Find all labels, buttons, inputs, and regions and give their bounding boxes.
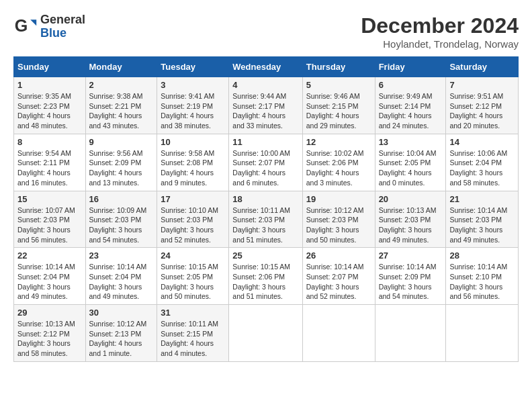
day-header-monday: Monday (85, 57, 157, 77)
day-number: 14 (449, 137, 515, 147)
calendar-day-cell: 11 Sunrise: 10:00 AMSunset: 2:07 PMDayli… (229, 134, 302, 191)
day-info: Sunrise: 10:07 AMSunset: 2:03 PMDaylight… (17, 206, 75, 244)
day-number: 18 (232, 194, 298, 204)
day-info: Sunrise: 10:10 AMSunset: 2:03 PMDaylight… (161, 206, 218, 244)
day-info: Sunrise: 10:14 AMSunset: 2:09 PMDaylight… (379, 263, 437, 300)
empty-cell (302, 305, 375, 362)
calendar-day-cell: 31 Sunrise: 10:11 AMSunset: 2:15 PMDayli… (157, 305, 229, 362)
empty-cell (446, 305, 519, 362)
day-info: Sunrise: 10:06 AMSunset: 2:04 PMDaylight… (449, 149, 507, 187)
day-info: Sunrise: 10:15 AMSunset: 2:05 PMDaylight… (161, 263, 218, 300)
day-number: 20 (379, 194, 443, 204)
day-number: 9 (89, 137, 154, 147)
calendar-day-cell: 12 Sunrise: 10:02 AMSunset: 2:06 PMDayli… (302, 134, 375, 191)
calendar-day-cell: 7 Sunrise: 9:51 AMSunset: 2:12 PMDayligh… (446, 77, 519, 134)
calendar-day-cell: 18 Sunrise: 10:11 AMSunset: 2:03 PMDayli… (229, 191, 302, 248)
day-info: Sunrise: 9:46 AMSunset: 2:15 PMDaylight:… (306, 92, 360, 130)
calendar-day-cell: 19 Sunrise: 10:12 AMSunset: 2:03 PMDayli… (302, 191, 375, 248)
calendar-day-cell: 26 Sunrise: 10:14 AMSunset: 2:07 PMDayli… (302, 248, 375, 305)
calendar-day-cell: 21 Sunrise: 10:14 AMSunset: 2:03 PMDayli… (446, 191, 519, 248)
day-number: 13 (379, 137, 443, 147)
svg-marker-1 (30, 19, 36, 26)
calendar-day-cell: 17 Sunrise: 10:10 AMSunset: 2:03 PMDayli… (157, 191, 229, 248)
logo-general: General (40, 13, 85, 27)
day-info: Sunrise: 10:13 AMSunset: 2:03 PMDaylight… (379, 206, 437, 244)
day-number: 26 (306, 250, 371, 261)
day-header-sunday: Sunday (14, 57, 86, 77)
day-info: Sunrise: 9:58 AMSunset: 2:08 PMDaylight:… (161, 149, 214, 187)
day-number: 5 (306, 80, 371, 90)
day-info: Sunrise: 10:15 AMSunset: 2:06 PMDaylight… (232, 263, 290, 300)
calendar-day-cell: 10 Sunrise: 9:58 AMSunset: 2:08 PMDaylig… (157, 134, 229, 191)
calendar-header-row: SundayMondayTuesdayWednesdayThursdayFrid… (14, 57, 519, 77)
calendar-week-row: 29 Sunrise: 10:13 AMSunset: 2:12 PMDayli… (14, 305, 519, 362)
logo: G General Blue (13, 13, 85, 40)
calendar-table: SundayMondayTuesdayWednesdayThursdayFrid… (13, 56, 519, 362)
month-title: December 2024 (361, 13, 519, 38)
day-header-wednesday: Wednesday (229, 57, 302, 77)
day-number: 23 (89, 250, 154, 261)
calendar-day-cell: 3 Sunrise: 9:41 AMSunset: 2:19 PMDayligh… (157, 77, 229, 134)
calendar-day-cell: 4 Sunrise: 9:44 AMSunset: 2:17 PMDayligh… (229, 77, 302, 134)
day-info: Sunrise: 10:14 AMSunset: 2:07 PMDaylight… (306, 263, 364, 300)
day-info: Sunrise: 10:04 AMSunset: 2:05 PMDaylight… (379, 149, 437, 187)
empty-cell (375, 305, 446, 362)
calendar-day-cell: 24 Sunrise: 10:15 AMSunset: 2:05 PMDayli… (157, 248, 229, 305)
day-number: 17 (161, 194, 225, 204)
day-info: Sunrise: 10:14 AMSunset: 2:03 PMDaylight… (449, 206, 507, 244)
calendar-week-row: 22 Sunrise: 10:14 AMSunset: 2:04 PMDayli… (14, 248, 519, 305)
day-number: 29 (17, 308, 82, 318)
calendar-day-cell: 28 Sunrise: 10:14 AMSunset: 2:10 PMDayli… (446, 248, 519, 305)
calendar-day-cell: 6 Sunrise: 9:49 AMSunset: 2:14 PMDayligh… (375, 77, 446, 134)
day-number: 30 (89, 308, 154, 318)
calendar-week-row: 8 Sunrise: 9:54 AMSunset: 2:11 PMDayligh… (14, 134, 519, 191)
day-number: 22 (17, 250, 82, 261)
day-info: Sunrise: 9:44 AMSunset: 2:17 PMDaylight:… (232, 92, 286, 130)
day-number: 27 (379, 250, 443, 261)
day-number: 10 (161, 137, 225, 147)
day-info: Sunrise: 9:41 AMSunset: 2:19 PMDaylight:… (161, 92, 214, 130)
calendar-day-cell: 20 Sunrise: 10:13 AMSunset: 2:03 PMDayli… (375, 191, 446, 248)
day-number: 7 (449, 80, 515, 90)
day-info: Sunrise: 10:14 AMSunset: 2:04 PMDaylight… (89, 263, 147, 300)
day-info: Sunrise: 10:12 AMSunset: 2:03 PMDaylight… (306, 206, 364, 244)
day-number: 25 (232, 250, 298, 261)
day-number: 12 (306, 137, 371, 147)
calendar-day-cell: 5 Sunrise: 9:46 AMSunset: 2:15 PMDayligh… (302, 77, 375, 134)
title-area: December 2024 Hoylandet, Trondelag, Norw… (361, 13, 519, 50)
day-header-thursday: Thursday (302, 57, 375, 77)
calendar-day-cell: 15 Sunrise: 10:07 AMSunset: 2:03 PMDayli… (14, 191, 86, 248)
day-info: Sunrise: 10:13 AMSunset: 2:12 PMDaylight… (17, 320, 75, 357)
day-info: Sunrise: 10:11 AMSunset: 2:03 PMDaylight… (232, 206, 290, 244)
day-number: 8 (17, 137, 82, 147)
day-info: Sunrise: 10:02 AMSunset: 2:06 PMDaylight… (306, 149, 364, 187)
day-number: 28 (449, 250, 515, 261)
calendar-week-row: 15 Sunrise: 10:07 AMSunset: 2:03 PMDayli… (14, 191, 519, 248)
day-header-friday: Friday (375, 57, 446, 77)
logo-icon: G (13, 15, 38, 39)
calendar-day-cell: 22 Sunrise: 10:14 AMSunset: 2:04 PMDayli… (14, 248, 86, 305)
day-number: 3 (161, 80, 225, 90)
day-number: 31 (161, 308, 225, 318)
day-number: 24 (161, 250, 225, 261)
day-info: Sunrise: 9:51 AMSunset: 2:12 PMDaylight:… (449, 92, 503, 130)
day-number: 1 (17, 80, 82, 90)
location: Hoylandet, Trondelag, Norway (361, 38, 519, 50)
logo-blue: Blue (40, 27, 85, 40)
day-info: Sunrise: 9:35 AMSunset: 2:23 PMDaylight:… (17, 92, 71, 130)
day-info: Sunrise: 10:09 AMSunset: 2:03 PMDaylight… (89, 206, 147, 244)
day-number: 16 (89, 194, 154, 204)
day-number: 11 (232, 137, 298, 147)
calendar-day-cell: 13 Sunrise: 10:04 AMSunset: 2:05 PMDayli… (375, 134, 446, 191)
day-info: Sunrise: 10:11 AMSunset: 2:15 PMDaylight… (161, 320, 218, 357)
calendar-day-cell: 9 Sunrise: 9:56 AMSunset: 2:09 PMDayligh… (85, 134, 157, 191)
day-header-tuesday: Tuesday (157, 57, 229, 77)
day-number: 4 (232, 80, 298, 90)
calendar-day-cell: 14 Sunrise: 10:06 AMSunset: 2:04 PMDayli… (446, 134, 519, 191)
day-number: 19 (306, 194, 371, 204)
svg-text:G: G (15, 16, 28, 35)
day-info: Sunrise: 9:49 AMSunset: 2:14 PMDaylight:… (379, 92, 433, 130)
empty-cell (229, 305, 302, 362)
calendar-day-cell: 2 Sunrise: 9:38 AMSunset: 2:21 PMDayligh… (85, 77, 157, 134)
calendar-day-cell: 1 Sunrise: 9:35 AMSunset: 2:23 PMDayligh… (14, 77, 86, 134)
